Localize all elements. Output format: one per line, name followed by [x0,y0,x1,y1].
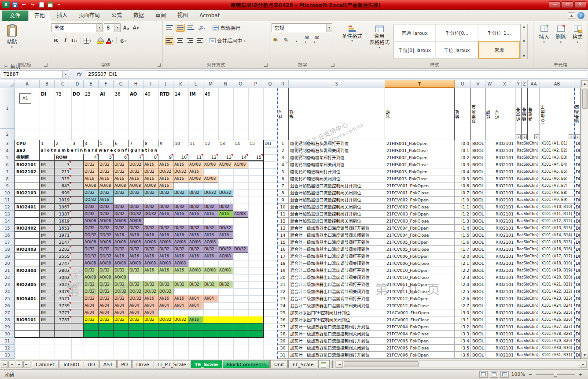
cell-A12[interactable]: RIO2401 [15,204,40,211]
cell-W21[interactable] [485,267,494,274]
cell-X8[interactable]: RIO2101 [494,175,515,182]
cell-S1[interactable]: 描述 [289,88,385,140]
cell-R22[interactable]: 20 [277,274,289,281]
cell-E15[interactable]: DI/32 [84,225,99,232]
cell-J7[interactable]: DO/32 [158,168,173,175]
cell-G22[interactable]: AO/08 [114,274,129,281]
cell-E7[interactable]: DI/32 [84,168,99,175]
cell-AC6[interactable]: DI [574,161,581,168]
cell-Y9[interactable]: RacSloChn( [515,182,540,190]
cell-X23[interactable]: RIO2101 [494,281,515,288]
cell-H14[interactable]: AO/08 [129,218,143,225]
insert-function-button[interactable]: fx [73,71,85,78]
cell-T10[interactable]: 21FCV001_FbkClose [385,190,455,197]
cell-Y20[interactable]: RacSloChn( [515,260,540,267]
row-header-2[interactable]: 2 [0,129,15,140]
cell-N15[interactable]: DO/32 [218,225,233,232]
cell-M1[interactable]: 46 [203,88,218,129]
cell-L8[interactable]: AO/08 [188,175,203,182]
cell-X24[interactable]: RIO2101 [494,288,515,295]
cell-S11[interactable]: 混合汁加热器进口流量控制阀打开到位 [289,197,385,204]
cell-AB26[interactable]: X101 (A24, B24) [540,302,574,309]
row-header-6[interactable]: 6 [0,161,15,168]
cell-A1[interactable]: A1 [15,88,40,129]
format-as-table-button[interactable]: 套用表格格式 ▾ [366,23,393,60]
cell-T16[interactable]: 21TCV004_FbkClose [385,232,455,239]
align-right-button[interactable] [185,37,195,45]
cell-A4[interactable]: AS2 [15,147,40,154]
cell-L13[interactable]: AI/16 [188,211,203,218]
row-header-10[interactable]: 10 [0,190,15,197]
column-header-C[interactable]: C [55,80,71,88]
cell-N19[interactable]: AO/08 [218,253,233,260]
cell-S17[interactable]: 混合汁一级加热器出口温度调节阀打开到位 [289,239,385,246]
spreadsheet-grid[interactable]: ABCDEFGHIJKLMNOPQRSTUVWXYZAAAB1234567891… [0,80,581,359]
cell-AC30[interactable]: DI [574,331,581,338]
cell-style-item-3[interactable]: 千分位_1... [478,24,520,41]
cell-B12[interactable]: IM [40,204,55,211]
row-header-21[interactable]: 21 [0,267,15,274]
cell-C18[interactable]: 2203 [55,246,71,253]
cell-B25[interactable]: IM [40,295,55,302]
cell-V33[interactable]: BOOL [471,352,485,359]
cell-U4[interactable]: I0.1 [455,147,471,154]
chevron-down-icon[interactable]: ▾ [96,24,102,32]
cell-F1[interactable]: AI [99,88,114,129]
cell-C23[interactable]: 3027 [55,281,71,288]
cell-Y23[interactable]: RacSloChn( [515,281,540,288]
fill-color-button[interactable]: ▾ [96,37,105,45]
cell-J25[interactable]: AI/16 [158,295,173,302]
cell-U26[interactable]: I2.7 [455,302,471,309]
cell-X30[interactable]: RIO2101 [494,331,515,338]
cell-D19[interactable] [71,253,84,260]
cell-H6[interactable]: DO/32 [129,161,143,168]
cell-V23[interactable]: BOOL [471,281,485,288]
save-button[interactable] [11,1,18,8]
minimize-button[interactable]: — [549,1,561,8]
cell-D1[interactable]: DO [71,88,84,129]
cell-H1[interactable]: AO [129,88,143,129]
cell-S33[interactable]: 加灰汁一级加热器进口流量控制阀打开到位 [289,352,385,359]
cell-E20[interactable]: AO/08 [84,260,99,267]
cell-F22[interactable]: AO/08 [99,274,114,281]
cell-D7[interactable] [71,168,84,175]
cell-K23[interactable]: DI/32 [173,281,188,288]
column-header-AB[interactable]: AB [540,80,574,88]
cell-D24[interactable] [71,288,84,295]
cell-L29[interactable] [188,323,203,331]
cell-A25[interactable]: RIO5401 [15,295,40,302]
cell-E22[interactable]: AO/08 [84,274,99,281]
cell-L15[interactable]: DI/32 [188,225,203,232]
cell-H12[interactable]: DI/32 [129,204,143,211]
column-header-U[interactable]: U [455,80,471,88]
column-header-K[interactable]: K [173,80,188,88]
cell-O18[interactable]: DO/32 [233,246,248,253]
cell-Y3[interactable]: RacSloChn( [515,140,540,147]
cell-D5[interactable] [71,154,84,161]
cell-AC22[interactable]: DI [574,274,581,281]
cell-M25[interactable]: AI/04 [203,295,218,302]
cell-AB6[interactable]: X101 (A4, B4) [540,161,574,168]
cell-F9[interactable]: AO/08 [99,182,114,190]
cell-W23[interactable] [485,281,494,288]
cell-D13[interactable] [71,211,84,218]
cell-T29[interactable]: 21FCV004_FbkOpen [385,323,455,331]
cell-AC13[interactable]: DI [574,211,581,218]
column-header-Q[interactable]: Q [263,80,277,88]
ribbon-tab-Acrobat[interactable]: Acrobat [194,11,225,21]
cell-G28[interactable]: DI/32 [114,316,129,323]
italic-button[interactable]: I [61,37,69,45]
cell-V31[interactable]: BOOL [471,338,485,345]
cell-X25[interactable]: RIO2101 [494,295,515,302]
cell-N10[interactable]: DO/32 [218,190,233,197]
cell-J13[interactable]: AI/16 [158,211,173,218]
cell-V20[interactable]: BOOL [471,260,485,267]
cell-Y18[interactable]: RacSloChn( [515,246,540,253]
cell-Y28[interactable]: RacSloChn( [515,316,540,323]
cell-N30[interactable] [218,331,233,338]
cell-Y4[interactable]: RacSloChn( [515,147,540,154]
cell-W9[interactable] [485,182,494,190]
cell-G27[interactable]: AI/04 [114,309,129,316]
cell-V18[interactable]: BOOL [471,246,485,253]
cell-P29[interactable] [248,323,263,331]
